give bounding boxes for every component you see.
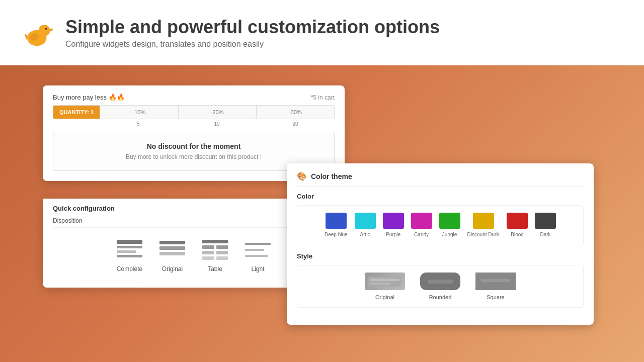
color-dark[interactable]: Dark — [535, 213, 556, 238]
disposition-table[interactable]: Table — [201, 239, 229, 273]
svg-rect-16 — [202, 251, 214, 254]
dark-label: Dark — [540, 232, 550, 238]
rounded-style-icon — [423, 275, 458, 289]
disposition-light[interactable]: Light — [244, 239, 272, 273]
original-layout-icon — [158, 239, 186, 261]
disposition-complete[interactable]: Complete — [116, 239, 143, 273]
style-options: Original Rounded — [302, 273, 578, 300]
svg-point-1 — [39, 25, 50, 36]
svg-rect-17 — [216, 251, 228, 254]
jungle-label: Jungle — [442, 232, 457, 238]
color-candy[interactable]: Candy — [411, 213, 432, 238]
original-style-preview — [365, 273, 405, 290]
cart-count: *5 in cart — [311, 94, 335, 101]
original-style-label: Original — [375, 294, 394, 300]
candy-swatch — [411, 213, 432, 229]
color-options: Deep blue Artic Purple Candy Jungle — [302, 213, 578, 238]
svg-rect-11 — [159, 246, 185, 250]
square-style-icon — [478, 275, 513, 289]
purple-label: Purple — [386, 232, 400, 238]
svg-rect-19 — [216, 256, 228, 260]
svg-rect-9 — [117, 255, 142, 257]
square-style-label: Square — [487, 294, 504, 300]
svg-rect-8 — [117, 250, 136, 253]
svg-rect-21 — [245, 249, 264, 251]
table-icon — [201, 239, 229, 261]
original-icon — [158, 239, 186, 261]
blood-swatch — [507, 213, 528, 229]
no-discount-subtitle: Buy more to unlock more discount on this… — [63, 153, 324, 160]
qty-segment-2: -20% — [178, 106, 256, 119]
color-theme-header: 🎨 Color theme — [297, 171, 584, 187]
svg-rect-29 — [481, 279, 510, 282]
palette-icon: 🎨 — [297, 171, 307, 181]
original-label: Original — [162, 265, 183, 273]
complete-label: Complete — [117, 265, 142, 273]
light-icon — [244, 239, 272, 261]
deep-blue-label: Deep blue — [325, 232, 348, 238]
complete-layout-icon — [116, 239, 143, 261]
complete-icon — [116, 239, 143, 261]
svg-point-4 — [45, 28, 47, 30]
color-discount-duck[interactable]: Discount Duck — [467, 213, 500, 238]
qty-segment-1: -10% — [100, 106, 178, 119]
style-square[interactable]: Square — [475, 273, 516, 300]
qty-num-1: 5 — [99, 121, 178, 127]
purple-swatch — [383, 213, 404, 229]
color-purple[interactable]: Purple — [383, 213, 404, 238]
svg-rect-12 — [159, 252, 185, 255]
svg-rect-22 — [245, 255, 268, 257]
color-theme-title: Color theme — [311, 172, 352, 180]
artic-label: Artic — [360, 232, 370, 238]
qty-num-3: 20 — [256, 121, 335, 127]
svg-rect-18 — [202, 256, 214, 260]
header-text: Simple and powerful customization option… — [65, 17, 440, 49]
svg-rect-6 — [117, 240, 142, 244]
style-section-label: Style — [297, 252, 584, 260]
main-area: Buy more pay less 🔥🔥 *5 in cart QUANTITY… — [0, 65, 644, 362]
svg-rect-7 — [117, 246, 142, 248]
jungle-swatch — [439, 213, 460, 229]
style-rounded[interactable]: Rounded — [420, 273, 460, 300]
color-section-label: Color — [297, 193, 584, 200]
artic-swatch — [355, 213, 376, 229]
table-label: Table — [208, 265, 222, 273]
header: Simple and powerful customization option… — [0, 0, 644, 65]
blood-label: Blood — [511, 232, 524, 238]
discount-duck-swatch — [473, 213, 494, 229]
disposition-original[interactable]: Original — [158, 239, 186, 273]
color-section: Deep blue Artic Purple Candy Jungle — [297, 205, 584, 245]
discount-duck-label: Discount Duck — [467, 232, 500, 238]
style-original[interactable]: Original — [365, 273, 405, 300]
qty-num-2: 10 — [178, 121, 256, 127]
color-jungle[interactable]: Jungle — [439, 213, 460, 238]
color-deep-blue[interactable]: Deep blue — [325, 213, 348, 238]
page-subtitle: Configure widgets design, translates and… — [65, 40, 440, 49]
light-label: Light — [251, 265, 264, 273]
svg-rect-15 — [216, 245, 228, 249]
no-discount-title: No discount for the moment — [63, 142, 324, 150]
color-theme-card: 🎨 Color theme Color Deep blue Artic Purp… — [287, 163, 594, 325]
svg-rect-27 — [428, 280, 453, 284]
svg-rect-14 — [202, 245, 214, 249]
original-style-icon — [367, 275, 403, 289]
quantity-bar[interactable]: QUANTITY: 1 -10% -20% -30% — [53, 105, 335, 119]
quantity-numbers: 5 10 20 — [53, 121, 335, 127]
buy-more-label: Buy more pay less 🔥🔥 — [53, 94, 125, 101]
svg-rect-20 — [245, 243, 271, 245]
svg-rect-24 — [370, 279, 399, 281]
svg-rect-10 — [159, 241, 185, 244]
buy-more-bar: Buy more pay less 🔥🔥 *5 in cart — [53, 94, 335, 101]
color-artic[interactable]: Artic — [355, 213, 376, 238]
table-layout-icon — [201, 239, 229, 261]
color-blood[interactable]: Blood — [507, 213, 528, 238]
quantity-active: QUANTITY: 1 — [53, 106, 100, 119]
page-title: Simple and powerful customization option… — [65, 17, 440, 38]
logo — [20, 15, 55, 50]
svg-rect-23 — [368, 277, 401, 287]
rounded-style-preview — [420, 273, 460, 290]
qty-segment-3: -30% — [256, 106, 334, 119]
svg-rect-13 — [202, 240, 228, 243]
deep-blue-swatch — [326, 213, 347, 229]
candy-label: Candy — [414, 232, 429, 238]
